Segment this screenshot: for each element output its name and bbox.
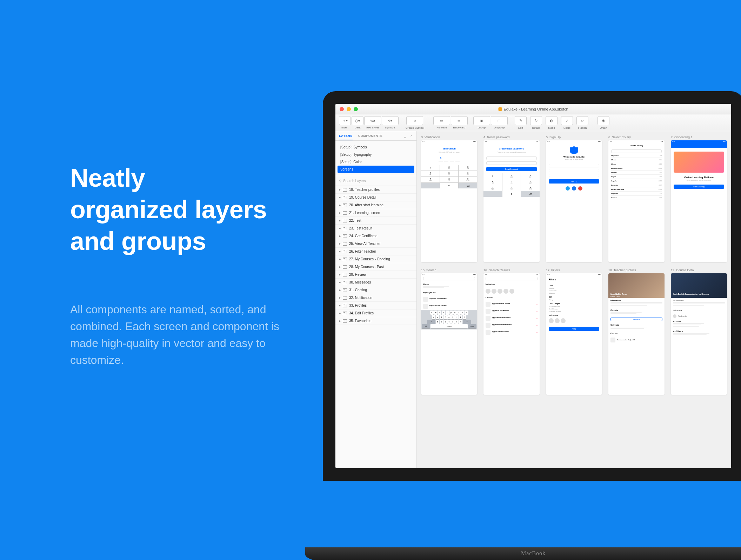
chevron-right-icon: ▶ — [339, 212, 341, 214]
keypad-key[interactable]: 0 — [440, 183, 459, 188]
chevron-right-icon: ▶ — [339, 320, 341, 322]
artboard-icon — [343, 319, 347, 323]
layer-item[interactable]: ▶19. Course Detail — [335, 194, 416, 201]
layer-item[interactable]: ▶28. My Courses - Past — [335, 263, 416, 271]
create-symbol-button[interactable]: ◇ — [406, 116, 423, 125]
insert-button[interactable]: ＋▾ — [339, 116, 351, 125]
keypad-key[interactable]: 1 — [483, 173, 502, 179]
forward-button[interactable]: ▭ — [433, 116, 450, 125]
chevron-right-icon: ▶ — [339, 204, 341, 207]
page-item[interactable]: [Setup]: Color — [335, 158, 416, 166]
keypad-key[interactable]: 9WXYZ — [521, 185, 540, 191]
artboard[interactable]: 15. Search9:41●●●HistoryMaybe you likeAW… — [421, 268, 477, 395]
layer-item[interactable]: ▶33. Profiles — [335, 302, 416, 309]
keypad-key[interactable]: ⌫ — [459, 183, 477, 188]
canvas[interactable]: 3. Verification9:41●●●VerificationEnter … — [417, 131, 731, 468]
layer-item[interactable]: ▶34. Edit Profiles — [335, 309, 416, 317]
artboard[interactable]: 3. Verification9:41●●●VerificationEnter … — [421, 135, 477, 262]
chevron-right-icon: ▶ — [339, 312, 341, 315]
facebook-icon[interactable] — [572, 186, 576, 191]
artboard[interactable]: 17. Filters9:41●●●FiltersLevelBeginnerIn… — [546, 268, 602, 395]
data-button[interactable]: ⬡▾ — [352, 116, 363, 125]
layer-item[interactable]: ▶23. Test Result — [335, 225, 416, 232]
twitter-icon[interactable] — [566, 186, 570, 191]
layer-item[interactable]: ▶25. View All Teacher — [335, 240, 416, 248]
artboard[interactable]: 7. Onboading 19:41●●●Online Learning Pla… — [671, 135, 727, 262]
keypad-key[interactable]: 0 — [502, 191, 521, 197]
textstyles-button[interactable]: Aa▾ — [364, 116, 381, 125]
layer-item[interactable]: ▶30. Messages — [335, 279, 416, 286]
heart-icon[interactable]: ♥ — [536, 310, 538, 312]
layer-item[interactable]: ▶20. After start learning — [335, 201, 416, 209]
artboard[interactable]: 18. Teacher profilesMrs. Nellie RoseEngl… — [608, 268, 665, 395]
page-item[interactable]: [Setup]: Typography — [335, 151, 416, 158]
union-button[interactable]: ◉ — [598, 116, 609, 125]
keypad-key[interactable]: 1 — [421, 165, 440, 171]
heart-icon[interactable]: ♥ — [536, 303, 538, 305]
scale-button[interactable]: ⤢ — [561, 116, 573, 125]
close-icon[interactable] — [340, 107, 344, 111]
symbols-button[interactable]: ⟲▾ — [382, 116, 399, 125]
heart-icon[interactable]: ♥ — [536, 317, 538, 319]
mask-button[interactable]: ◐ — [546, 116, 558, 125]
chevron-right-icon: ▶ — [339, 196, 341, 199]
keypad-key[interactable]: 4GHI — [483, 179, 502, 185]
search-input[interactable]: ⚲ Search Layers — [339, 179, 413, 183]
tab-components[interactable]: COMPONENTS — [358, 134, 383, 140]
layer-item[interactable]: ▶29. Review — [335, 271, 416, 279]
keypad-key[interactable]: 3DEF — [459, 165, 477, 171]
page-item[interactable]: [Setup]: Symbols — [335, 144, 416, 151]
keypad-key[interactable]: 7PQRS — [421, 177, 440, 182]
layer-item[interactable]: ▶22. Test — [335, 217, 416, 225]
artboard[interactable]: 16. Search Results9:41●●●InstructorsCour… — [483, 268, 540, 395]
artboard[interactable]: 6. Select Coutry9:41●●●Select a countryA… — [608, 135, 665, 262]
keypad-key[interactable]: 2ABC — [440, 165, 459, 171]
keypad-key[interactable]: 6MNO — [459, 171, 477, 176]
edit-button[interactable]: ✎ — [515, 116, 527, 125]
layer-item[interactable]: ▶24. Get Certificate — [335, 232, 416, 240]
artboard-title: 15. Search — [421, 268, 477, 272]
flatten-button[interactable]: ▱ — [576, 116, 588, 125]
keypad-key[interactable]: 9WXYZ — [459, 177, 477, 182]
heart-icon[interactable]: ♥ — [536, 324, 538, 326]
page-item[interactable]: Screens — [338, 166, 414, 173]
backward-button[interactable]: ▭ — [451, 116, 468, 125]
tab-layers[interactable]: LAYERS — [339, 134, 353, 140]
keypad-key[interactable] — [421, 183, 440, 188]
keypad-key[interactable]: 2ABC — [502, 173, 521, 179]
minimize-icon[interactable] — [347, 107, 351, 111]
keypad-key[interactable]: 8TUV — [502, 185, 521, 191]
keypad-key[interactable]: 7PQRS — [483, 185, 502, 191]
artboard[interactable]: 19. Course DetailBasic English Communica… — [671, 268, 727, 395]
qwerty-keyboard: qwertyuiopasdfghjkl⇧zxcvbnm⌫123spaceretu… — [421, 310, 477, 329]
chevron-right-icon: ▶ — [339, 188, 341, 191]
keypad-key[interactable]: 8TUV — [440, 177, 459, 182]
layer-item[interactable]: ▶35. Favourites — [335, 317, 416, 325]
google-icon[interactable] — [578, 186, 582, 191]
chevron-right-icon: ▶ — [339, 250, 341, 253]
artboard[interactable]: 5. Sign Up9:41●●●Welcome to EduLakePleas… — [546, 135, 602, 262]
layer-item[interactable]: ▶21. Learning screen — [335, 209, 416, 217]
layer-item[interactable]: ▶27. My Courses - Ongoing — [335, 255, 416, 263]
layer-item[interactable]: ▶26. Filter Teacher — [335, 248, 416, 255]
layer-item[interactable]: ▶31. Chating — [335, 286, 416, 294]
app-logo-icon — [570, 147, 578, 154]
keypad-key[interactable]: 5JKL — [502, 179, 521, 185]
keypad-key[interactable] — [483, 191, 502, 197]
add-page-icon[interactable]: ＋ — [403, 135, 407, 140]
layer-item[interactable]: ▶32. Notification — [335, 294, 416, 302]
rotate-button[interactable]: ↻ — [530, 116, 542, 125]
group-button[interactable]: ▣ — [473, 116, 490, 125]
keypad-key[interactable]: 5JKL — [440, 171, 459, 176]
keypad-key[interactable]: ⌫ — [521, 191, 540, 197]
collapse-icon[interactable]: ⌃ — [410, 135, 413, 140]
artboard[interactable]: 4. Reset password9:41●●●Create new passw… — [483, 135, 540, 262]
keypad-key[interactable]: 3DEF — [521, 173, 540, 179]
artboard-title: 5. Sign Up — [546, 135, 602, 139]
maximize-icon[interactable] — [354, 107, 358, 111]
keypad-key[interactable]: 4GHI — [421, 171, 440, 176]
ungroup-button[interactable]: ▢ — [491, 116, 508, 125]
keypad-key[interactable]: 6MNO — [521, 179, 540, 185]
layer-item[interactable]: ▶18. Teacher profiles — [335, 186, 416, 194]
heart-icon[interactable]: ♥ — [536, 331, 538, 333]
